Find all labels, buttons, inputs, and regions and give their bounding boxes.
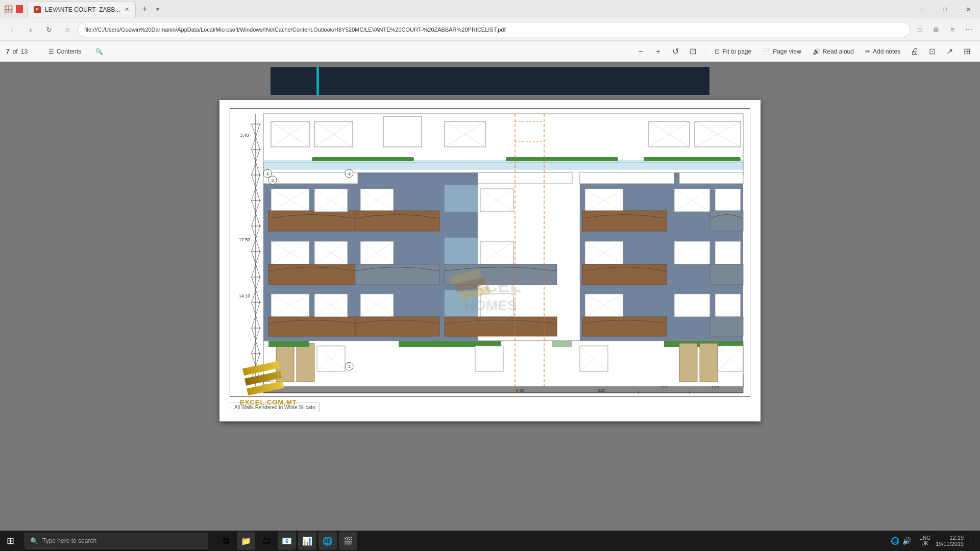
notes-label: Add notes — [873, 48, 900, 55]
notes-icon: ✏ — [865, 48, 870, 55]
page-view-btn[interactable]: 📄 Page view — [758, 46, 805, 57]
page-of: of — [13, 48, 18, 55]
pdf-header-strip — [271, 67, 709, 95]
tab-close-btn[interactable]: ✕ — [125, 6, 129, 13]
divider-2 — [705, 45, 705, 58]
zoom-in-btn[interactable]: + — [651, 44, 665, 59]
home-btn[interactable]: ⌂ — [59, 21, 76, 38]
rotate-btn[interactable]: ↺ — [668, 44, 682, 59]
show-desktop-btn[interactable] — [970, 533, 972, 549]
svg-rect-65 — [679, 172, 743, 184]
favorites-btn[interactable]: ☆ — [913, 22, 927, 37]
network-icon[interactable]: 🌐 — [891, 537, 899, 545]
tab-title: LEVANTE COURT- ZABB... — [45, 6, 120, 13]
svg-rect-144 — [297, 343, 314, 382]
svg-rect-116 — [674, 241, 710, 264]
svg-text:③: ③ — [348, 172, 351, 177]
svg-rect-92 — [715, 189, 741, 212]
svg-rect-118 — [710, 264, 743, 285]
svg-rect-129 — [355, 317, 439, 336]
svg-rect-156 — [679, 343, 697, 382]
clock: 12:19 19/11/2019 — [936, 535, 964, 547]
start-button[interactable]: ⊞ — [0, 531, 20, 551]
language-region: ENG UK — [919, 535, 930, 546]
fit-label: Fit to page — [722, 48, 751, 55]
taskview-btn[interactable]: ⧉ — [216, 532, 235, 550]
pageview-icon: 📄 — [763, 48, 770, 55]
fit-to-page-btn[interactable]: ⊡ Fit to page — [710, 46, 755, 57]
close-btn[interactable]: ✕ — [957, 0, 980, 18]
svg-rect-141 — [710, 317, 743, 336]
share-btn[interactable]: ↗ — [942, 44, 957, 59]
language-label: ENG — [919, 535, 930, 541]
readaloud-icon: 🔊 — [813, 48, 820, 55]
contents-label: Contents — [57, 48, 81, 55]
chrome-btn[interactable]: 🌐 — [318, 532, 337, 550]
read-aloud-btn[interactable]: 🔊 Read aloud — [808, 46, 858, 57]
taskmgr-btn[interactable]: 🗂 — [257, 532, 276, 550]
settings-btn[interactable]: ⋯ — [962, 22, 976, 37]
new-tab-btn[interactable]: + — [138, 2, 152, 16]
forward-btn[interactable]: › — [22, 21, 39, 38]
fileexplorer-btn[interactable]: 📁 — [237, 532, 255, 550]
excel-btn[interactable]: 📊 — [298, 532, 316, 550]
svg-text:3.40: 3.40 — [240, 133, 249, 138]
svg-rect-86 — [445, 185, 478, 212]
svg-text:14.10: 14.10 — [239, 293, 251, 298]
search-pdf-btn[interactable]: 🔍 — [91, 46, 107, 57]
address-text: file:///C:/Users/Godwin%20Darmanin/AppDa… — [84, 27, 904, 33]
address-bar[interactable]: file:///C:/Users/Godwin%20Darmanin/AppDa… — [78, 22, 911, 37]
minimize-btn[interactable]: — — [910, 0, 933, 18]
pdf-content-area[interactable]: 3.40 17.50 14.10 — [0, 62, 980, 531]
nav-actions: ☆ ⊕ ≡ ⋯ — [913, 22, 976, 37]
svg-rect-62 — [263, 172, 358, 184]
outlook-btn[interactable]: 📧 — [278, 532, 296, 550]
collections-btn[interactable]: ≡ — [945, 22, 960, 37]
taskbar-apps: ⧉ 📁 🗂 📧 📊 🌐 🎬 — [212, 532, 361, 550]
svg-text:5.0: 5.0 — [661, 385, 667, 389]
media-btn[interactable]: 🎬 — [339, 532, 357, 550]
svg-rect-64 — [580, 172, 674, 184]
svg-rect-82 — [355, 211, 439, 231]
print-btn[interactable]: 🖨 — [908, 44, 922, 59]
page-current: 7 — [6, 48, 10, 55]
svg-text:②: ② — [348, 365, 351, 369]
svg-text:17.50: 17.50 — [239, 237, 251, 242]
zoom-controls: − + ↺ ⊡ ⊡ Fit to page 📄 Page view 🔊 Read… — [633, 44, 974, 59]
svg-rect-38 — [506, 157, 618, 161]
svg-rect-75 — [268, 211, 355, 231]
search-icon: 🔍 — [95, 48, 103, 55]
tab-bar: 🪟 P LEVANTE COURT- ZABB... ✕ + ▾ — □ ✕ — [0, 0, 980, 18]
back-btn[interactable]: ‹ — [4, 21, 20, 38]
clock-date: 19/11/2019 — [936, 541, 964, 547]
elevation-svg: 3.40 17.50 14.10 — [230, 109, 751, 394]
taskbar-search-box[interactable]: 🔍 Type here to search — [24, 533, 208, 549]
divider-1 — [36, 45, 36, 58]
maximize-btn[interactable]: □ — [933, 0, 957, 18]
extensions-btn[interactable]: ⊕ — [929, 22, 943, 37]
more-btn[interactable]: ⊡ — [925, 44, 939, 59]
active-tab[interactable]: P LEVANTE COURT- ZABB... ✕ — [27, 1, 136, 17]
zoom-out-btn[interactable]: − — [633, 44, 648, 59]
region-label: UK — [921, 541, 928, 546]
sys-tray: 🌐 🔊 — [891, 537, 911, 545]
volume-icon[interactable]: 🔊 — [902, 537, 911, 545]
add-notes-btn[interactable]: ✏ Add notes — [861, 46, 904, 57]
svg-rect-106 — [355, 264, 439, 285]
page-total: 13 — [21, 48, 28, 55]
svg-rect-157 — [700, 343, 718, 382]
excel-brand-logo: EXCEL.COM.MT — [240, 361, 297, 406]
contents-btn[interactable]: ☰ Contents — [44, 46, 85, 57]
header-accent-bar — [316, 67, 319, 95]
svg-rect-56 — [383, 116, 422, 147]
browser-chrome: 🪟 P LEVANTE COURT- ZABB... ✕ + ▾ — □ ✕ ‹… — [0, 0, 980, 41]
refresh-btn[interactable]: ↻ — [41, 21, 57, 38]
tab-dropdown-btn[interactable]: ▾ — [156, 6, 159, 13]
svg-text:10.0: 10.0 — [711, 385, 719, 389]
fit-icon-btn[interactable]: ⊡ — [685, 44, 700, 59]
svg-rect-117 — [715, 241, 741, 264]
tab-pdf-icon: P — [34, 6, 41, 13]
logo-graphic — [240, 361, 281, 396]
expand-btn[interactable]: ⊞ — [960, 44, 974, 59]
svg-text:①: ① — [266, 172, 270, 177]
